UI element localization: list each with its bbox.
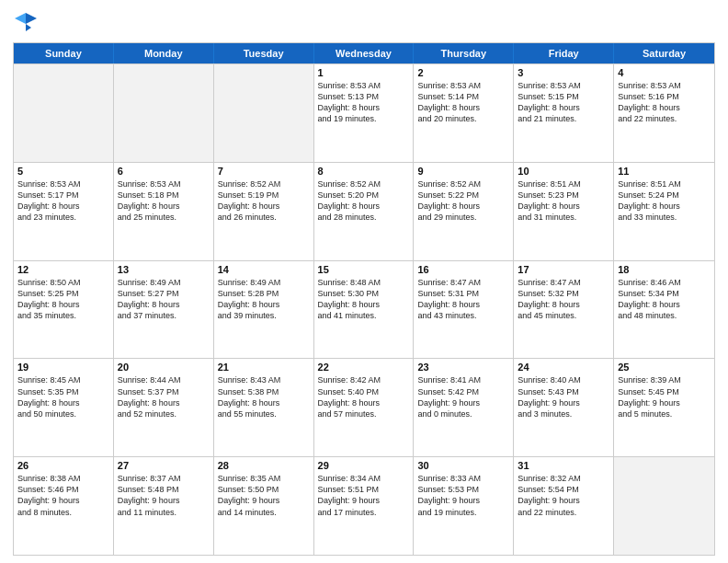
day-cell-17: 17Sunrise: 8:47 AM Sunset: 5:32 PM Dayli… bbox=[514, 261, 614, 359]
empty-cell bbox=[214, 64, 314, 162]
day-number: 6 bbox=[118, 166, 210, 177]
day-info: Sunrise: 8:32 AM Sunset: 5:54 PM Dayligh… bbox=[518, 473, 609, 518]
day-info: Sunrise: 8:52 AM Sunset: 5:19 PM Dayligh… bbox=[218, 178, 310, 224]
day-number: 23 bbox=[417, 362, 509, 373]
day-info: Sunrise: 8:44 AM Sunset: 5:37 PM Dayligh… bbox=[118, 374, 210, 419]
header-day-saturday: Saturday bbox=[614, 43, 714, 63]
day-info: Sunrise: 8:46 AM Sunset: 5:34 PM Dayligh… bbox=[618, 277, 711, 322]
calendar-header: SundayMondayTuesdayWednesdayThursdayFrid… bbox=[14, 43, 714, 63]
day-info: Sunrise: 8:51 AM Sunset: 5:24 PM Dayligh… bbox=[618, 178, 711, 224]
day-info: Sunrise: 8:42 AM Sunset: 5:40 PM Dayligh… bbox=[318, 374, 410, 419]
day-cell-1: 1Sunrise: 8:53 AM Sunset: 5:13 PM Daylig… bbox=[314, 64, 415, 162]
calendar-row-4: 19Sunrise: 8:45 AM Sunset: 5:35 PM Dayli… bbox=[14, 358, 714, 456]
day-cell-22: 22Sunrise: 8:42 AM Sunset: 5:40 PM Dayli… bbox=[314, 359, 415, 456]
day-number: 20 bbox=[118, 362, 210, 373]
empty-cell bbox=[614, 457, 714, 555]
day-cell-27: 27Sunrise: 8:37 AM Sunset: 5:48 PM Dayli… bbox=[114, 457, 214, 555]
day-number: 3 bbox=[518, 67, 609, 78]
day-number: 28 bbox=[218, 460, 310, 471]
day-info: Sunrise: 8:53 AM Sunset: 5:13 PM Dayligh… bbox=[318, 80, 410, 125]
day-info: Sunrise: 8:53 AM Sunset: 5:18 PM Dayligh… bbox=[118, 178, 210, 224]
calendar-row-1: 1Sunrise: 8:53 AM Sunset: 5:13 PM Daylig… bbox=[14, 63, 714, 162]
svg-marker-0 bbox=[26, 13, 37, 24]
day-info: Sunrise: 8:37 AM Sunset: 5:48 PM Dayligh… bbox=[118, 473, 210, 518]
header-day-friday: Friday bbox=[514, 43, 614, 63]
day-info: Sunrise: 8:48 AM Sunset: 5:30 PM Dayligh… bbox=[318, 277, 410, 322]
day-number: 8 bbox=[318, 166, 410, 177]
day-cell-25: 25Sunrise: 8:39 AM Sunset: 5:45 PM Dayli… bbox=[614, 359, 714, 456]
day-cell-8: 8Sunrise: 8:52 AM Sunset: 5:20 PM Daylig… bbox=[314, 163, 415, 260]
day-info: Sunrise: 8:52 AM Sunset: 5:22 PM Dayligh… bbox=[417, 178, 509, 224]
day-cell-2: 2Sunrise: 8:53 AM Sunset: 5:14 PM Daylig… bbox=[414, 64, 514, 162]
empty-cell bbox=[114, 64, 214, 162]
day-info: Sunrise: 8:47 AM Sunset: 5:31 PM Dayligh… bbox=[417, 277, 509, 322]
day-info: Sunrise: 8:53 AM Sunset: 5:17 PM Dayligh… bbox=[17, 178, 109, 224]
logo-icon bbox=[13, 9, 39, 35]
day-info: Sunrise: 8:45 AM Sunset: 5:35 PM Dayligh… bbox=[17, 374, 109, 419]
day-cell-20: 20Sunrise: 8:44 AM Sunset: 5:37 PM Dayli… bbox=[114, 359, 214, 456]
day-info: Sunrise: 8:35 AM Sunset: 5:50 PM Dayligh… bbox=[218, 473, 310, 518]
day-cell-23: 23Sunrise: 8:41 AM Sunset: 5:42 PM Dayli… bbox=[414, 359, 514, 456]
day-cell-5: 5Sunrise: 8:53 AM Sunset: 5:17 PM Daylig… bbox=[14, 163, 114, 260]
calendar-row-5: 26Sunrise: 8:38 AM Sunset: 5:46 PM Dayli… bbox=[14, 456, 714, 555]
header bbox=[13, 9, 715, 35]
day-cell-15: 15Sunrise: 8:48 AM Sunset: 5:30 PM Dayli… bbox=[314, 261, 415, 359]
header-day-wednesday: Wednesday bbox=[314, 43, 415, 63]
day-info: Sunrise: 8:39 AM Sunset: 5:45 PM Dayligh… bbox=[618, 374, 711, 419]
day-cell-18: 18Sunrise: 8:46 AM Sunset: 5:34 PM Dayli… bbox=[614, 261, 714, 359]
svg-marker-2 bbox=[26, 24, 31, 31]
day-number: 24 bbox=[518, 362, 609, 373]
day-cell-4: 4Sunrise: 8:53 AM Sunset: 5:16 PM Daylig… bbox=[614, 64, 714, 162]
calendar-row-3: 12Sunrise: 8:50 AM Sunset: 5:25 PM Dayli… bbox=[14, 260, 714, 359]
svg-marker-1 bbox=[15, 13, 26, 24]
calendar: SundayMondayTuesdayWednesdayThursdayFrid… bbox=[13, 42, 715, 556]
day-number: 2 bbox=[417, 67, 509, 78]
day-cell-11: 11Sunrise: 8:51 AM Sunset: 5:24 PM Dayli… bbox=[614, 163, 714, 260]
day-number: 12 bbox=[17, 264, 109, 275]
day-number: 7 bbox=[218, 166, 310, 177]
day-info: Sunrise: 8:49 AM Sunset: 5:27 PM Dayligh… bbox=[118, 277, 210, 322]
calendar-row-2: 5Sunrise: 8:53 AM Sunset: 5:17 PM Daylig… bbox=[14, 162, 714, 260]
day-number: 31 bbox=[518, 460, 609, 471]
day-cell-3: 3Sunrise: 8:53 AM Sunset: 5:15 PM Daylig… bbox=[514, 64, 614, 162]
day-number: 11 bbox=[618, 166, 711, 177]
day-cell-10: 10Sunrise: 8:51 AM Sunset: 5:23 PM Dayli… bbox=[514, 163, 614, 260]
day-cell-28: 28Sunrise: 8:35 AM Sunset: 5:50 PM Dayli… bbox=[214, 457, 314, 555]
day-info: Sunrise: 8:51 AM Sunset: 5:23 PM Dayligh… bbox=[518, 178, 609, 224]
day-cell-19: 19Sunrise: 8:45 AM Sunset: 5:35 PM Dayli… bbox=[14, 359, 114, 456]
day-number: 30 bbox=[417, 460, 509, 471]
day-number: 29 bbox=[318, 460, 410, 471]
day-number: 14 bbox=[218, 264, 310, 275]
day-number: 10 bbox=[518, 166, 609, 177]
day-info: Sunrise: 8:40 AM Sunset: 5:43 PM Dayligh… bbox=[518, 374, 609, 419]
day-cell-9: 9Sunrise: 8:52 AM Sunset: 5:22 PM Daylig… bbox=[414, 163, 514, 260]
day-number: 25 bbox=[618, 362, 711, 373]
day-cell-14: 14Sunrise: 8:49 AM Sunset: 5:28 PM Dayli… bbox=[214, 261, 314, 359]
day-cell-31: 31Sunrise: 8:32 AM Sunset: 5:54 PM Dayli… bbox=[514, 457, 614, 555]
day-number: 17 bbox=[518, 264, 609, 275]
day-number: 18 bbox=[618, 264, 711, 275]
day-info: Sunrise: 8:34 AM Sunset: 5:51 PM Dayligh… bbox=[318, 473, 410, 518]
day-info: Sunrise: 8:43 AM Sunset: 5:38 PM Dayligh… bbox=[218, 374, 310, 419]
page: SundayMondayTuesdayWednesdayThursdayFrid… bbox=[0, 0, 728, 563]
day-number: 21 bbox=[218, 362, 310, 373]
day-info: Sunrise: 8:47 AM Sunset: 5:32 PM Dayligh… bbox=[518, 277, 609, 322]
header-day-thursday: Thursday bbox=[414, 43, 514, 63]
header-day-monday: Monday bbox=[114, 43, 214, 63]
day-cell-7: 7Sunrise: 8:52 AM Sunset: 5:19 PM Daylig… bbox=[214, 163, 314, 260]
day-info: Sunrise: 8:49 AM Sunset: 5:28 PM Dayligh… bbox=[218, 277, 310, 322]
day-cell-16: 16Sunrise: 8:47 AM Sunset: 5:31 PM Dayli… bbox=[414, 261, 514, 359]
day-number: 1 bbox=[318, 67, 410, 78]
header-day-tuesday: Tuesday bbox=[214, 43, 314, 63]
day-number: 22 bbox=[318, 362, 410, 373]
day-info: Sunrise: 8:50 AM Sunset: 5:25 PM Dayligh… bbox=[17, 277, 109, 322]
day-info: Sunrise: 8:38 AM Sunset: 5:46 PM Dayligh… bbox=[17, 473, 109, 518]
day-info: Sunrise: 8:53 AM Sunset: 5:14 PM Dayligh… bbox=[417, 80, 509, 125]
day-cell-13: 13Sunrise: 8:49 AM Sunset: 5:27 PM Dayli… bbox=[114, 261, 214, 359]
empty-cell bbox=[14, 64, 114, 162]
day-info: Sunrise: 8:52 AM Sunset: 5:20 PM Dayligh… bbox=[318, 178, 410, 224]
day-info: Sunrise: 8:33 AM Sunset: 5:53 PM Dayligh… bbox=[417, 473, 509, 518]
day-number: 27 bbox=[118, 460, 210, 471]
day-number: 19 bbox=[17, 362, 109, 373]
day-cell-24: 24Sunrise: 8:40 AM Sunset: 5:43 PM Dayli… bbox=[514, 359, 614, 456]
